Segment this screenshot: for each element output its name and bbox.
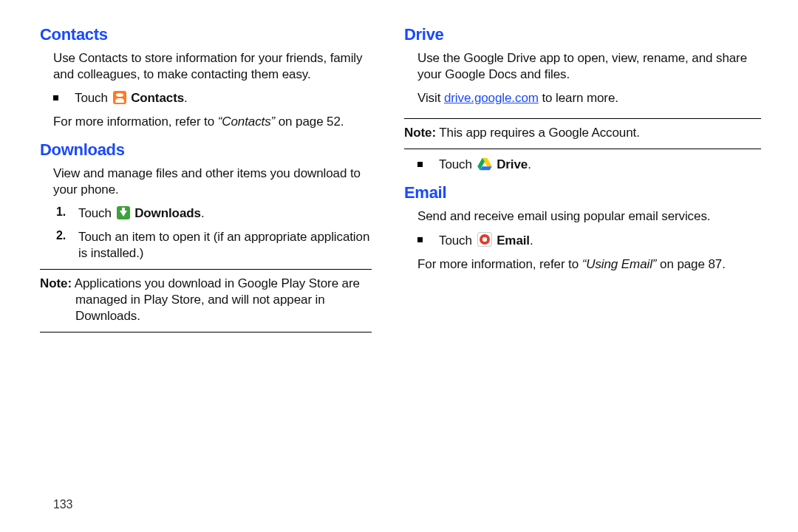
contacts-app-icon — [113, 91, 126, 104]
square-bullet-icon — [417, 237, 423, 242]
drive-note: Note: This app requires a Google Account… — [404, 125, 761, 141]
square-bullet-icon — [53, 95, 58, 100]
downloads-step-2: 2. Touch an item to open it (if an appro… — [40, 229, 372, 262]
period: . — [201, 206, 205, 220]
downloads-heading: Downloads — [40, 140, 372, 160]
note-label: Note: — [404, 126, 436, 140]
downloads-step1-text: Touch Downloads. — [78, 205, 372, 222]
manual-page: Contacts Use Contacts to store informati… — [0, 0, 798, 532]
email-reference: “Using Email” — [582, 257, 657, 271]
more-after: on page 87. — [656, 257, 725, 271]
touch-prefix: Touch — [439, 157, 476, 171]
downloads-step-1: 1. Touch Downloads. — [40, 205, 372, 222]
visit-before: Visit — [417, 91, 444, 105]
step-number-1: 1. — [56, 205, 69, 219]
touch-prefix: Touch — [439, 233, 476, 248]
step-number-2: 2. — [56, 229, 69, 242]
downloads-description: View and manage files and other items yo… — [40, 166, 372, 198]
divider — [40, 269, 372, 270]
drive-touch-step: Touch Drive. — [404, 157, 761, 173]
drive-visit: Visit drive.google.com to learn more. — [404, 90, 761, 106]
period: . — [528, 157, 531, 171]
email-description: Send and receive email using popular ema… — [404, 208, 761, 225]
page-number: 133 — [53, 498, 72, 511]
contacts-touch-text: Touch Contacts. — [75, 90, 372, 106]
more-after: on page 52. — [275, 115, 344, 129]
drive-link[interactable]: drive.google.com — [444, 91, 539, 105]
contacts-more-info: For more information, refer to “Contacts… — [40, 114, 372, 130]
drive-description: Use the Google Drive app to open, view, … — [404, 50, 761, 83]
svg-marker-2 — [480, 166, 491, 170]
email-touch-step: Touch Email. — [404, 232, 761, 249]
email-app-name: Email — [497, 233, 530, 248]
downloads-note-text: Applications you download in Google Play… — [72, 276, 360, 323]
drive-heading: Drive — [404, 25, 761, 44]
contacts-reference: “Contacts” — [218, 115, 275, 129]
divider — [404, 149, 761, 149]
period: . — [184, 91, 188, 105]
contacts-app-name: Contacts — [131, 91, 184, 105]
downloads-note: Note: Applications you download in Googl… — [40, 276, 372, 324]
email-touch-text: Touch Email. — [439, 232, 761, 249]
email-app-icon — [477, 232, 492, 247]
more-before: For more information, refer to — [417, 257, 582, 271]
visit-after: to learn more. — [539, 91, 618, 105]
email-more-info: For more information, refer to “Using Em… — [404, 256, 761, 273]
drive-note-text: This app requires a Google Account. — [436, 126, 640, 140]
touch-prefix: Touch — [78, 206, 115, 220]
drive-app-name: Drive — [497, 157, 528, 171]
square-bullet-icon — [417, 162, 423, 167]
drive-app-icon — [477, 157, 492, 171]
left-column: Contacts Use Contacts to store informati… — [40, 25, 404, 532]
contacts-touch-step: Touch Contacts. — [40, 90, 372, 106]
divider — [404, 118, 761, 119]
contacts-heading: Contacts — [40, 25, 372, 44]
period: . — [530, 233, 533, 248]
note-label: Note: — [40, 276, 72, 290]
downloads-app-name: Downloads — [134, 206, 201, 220]
contacts-description: Use Contacts to store information for yo… — [40, 50, 372, 83]
divider — [40, 332, 372, 332]
right-column: Drive Use the Google Drive app to open, … — [404, 25, 768, 532]
email-heading: Email — [404, 183, 761, 202]
drive-touch-text: Touch Drive. — [439, 157, 761, 173]
downloads-app-icon — [117, 206, 130, 219]
downloads-step2-text: Touch an item to open it (if an appropri… — [78, 229, 372, 262]
more-before: For more information, refer to — [53, 115, 218, 129]
touch-prefix: Touch — [75, 91, 112, 105]
